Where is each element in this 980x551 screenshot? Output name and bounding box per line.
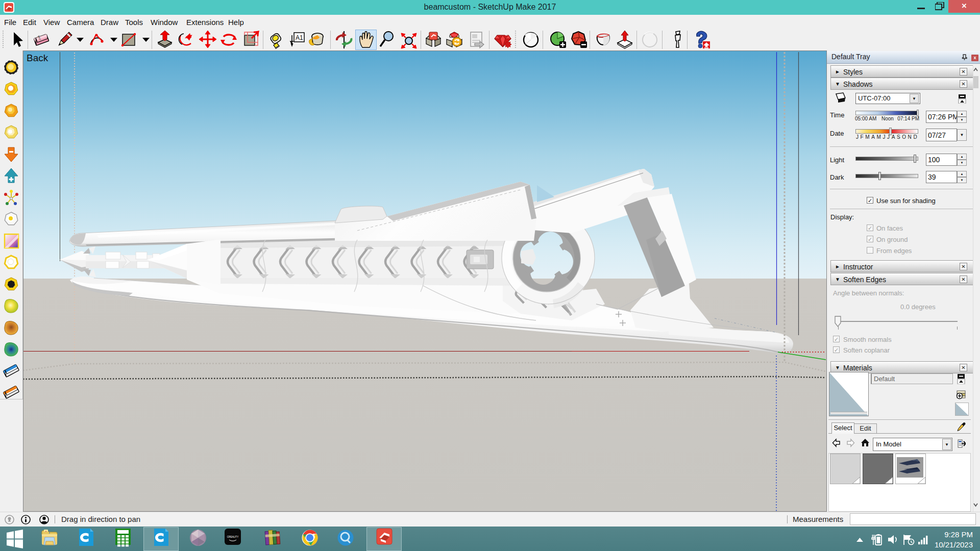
svg-text:Back: Back: [27, 53, 48, 63]
svg-text:A1: A1: [296, 34, 303, 41]
svg-text:CREALITY: CREALITY: [227, 536, 238, 538]
